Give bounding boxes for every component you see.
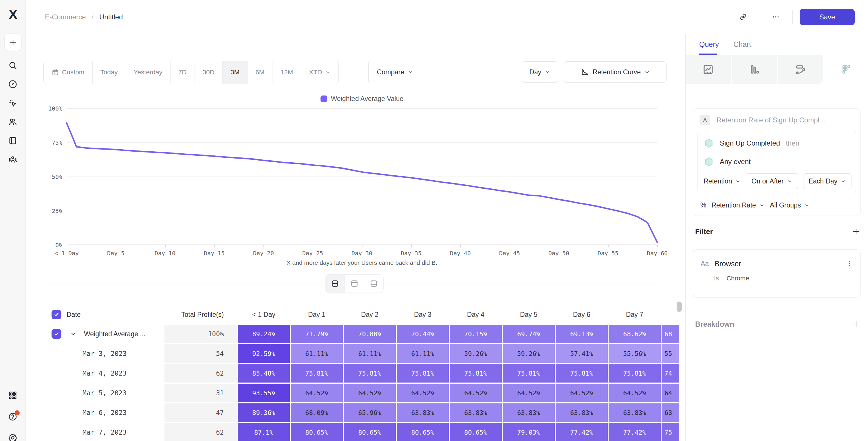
groups-dropdown[interactable]: All Groups xyxy=(770,201,809,209)
return-event-row[interactable]: Any event xyxy=(701,153,852,171)
retention-mode-label: Retention xyxy=(704,178,732,185)
retention-cell: 55.56% xyxy=(609,344,661,363)
x-tick-label: Day 60 xyxy=(637,250,678,257)
row-checkbox[interactable] xyxy=(52,329,61,339)
table-row: Mar 4, 20236285.48%75.81%75.81%75.81%75.… xyxy=(43,364,679,382)
view-toggle-split-view[interactable] xyxy=(326,275,344,292)
row-cell-total: 31 xyxy=(164,384,237,402)
range-option-3m[interactable]: 3M xyxy=(223,61,248,84)
query-title-input[interactable]: Retention Rate of Sign Up Compl... xyxy=(717,116,825,124)
granularity-label: Day xyxy=(530,68,541,76)
filter-value[interactable]: Chrome xyxy=(726,275,749,282)
retention-cell: 80.65% xyxy=(450,423,502,441)
property-type-badge: Aa xyxy=(701,260,709,268)
sidebar-item-apps-grid[interactable] xyxy=(0,387,26,404)
range-label: 3M xyxy=(230,69,240,76)
range-label: Today xyxy=(100,69,118,76)
sidebar-item-notebook[interactable] xyxy=(0,132,26,149)
add-breakdown-icon[interactable] xyxy=(852,320,861,328)
save-button[interactable]: Save xyxy=(800,9,855,25)
range-option-6m[interactable]: 6M xyxy=(248,61,273,84)
header-cell-clipped xyxy=(661,307,679,322)
condition-label: On or After xyxy=(751,178,783,185)
chart-legend[interactable]: Weighted Average Value xyxy=(67,95,657,103)
condition-dropdown[interactable]: On or After xyxy=(746,173,798,189)
range-option-custom[interactable]: Custom xyxy=(44,61,93,84)
compare-button[interactable]: Compare xyxy=(368,61,422,83)
chart-type-flow-chart[interactable] xyxy=(777,55,823,84)
retention-mode-dropdown[interactable]: Retention xyxy=(701,178,741,185)
more-options-icon[interactable] xyxy=(772,13,780,21)
range-option-12m[interactable]: 12M xyxy=(273,61,301,84)
retention-events-card: Sign Up Completed then Any event Retenti… xyxy=(698,131,856,193)
table-row: Mar 5, 20233193.55%64.52%64.52%64.52%64.… xyxy=(43,384,679,402)
sidebar-item-settings-gear[interactable] xyxy=(0,429,26,441)
retention-cell: 63.83% xyxy=(556,403,608,422)
filter-item-browser[interactable]: Aa Browser Is Chrome xyxy=(693,249,861,297)
retention-cell: 75.81% xyxy=(503,364,555,382)
sidebar-item-search[interactable] xyxy=(0,57,26,74)
search-icon xyxy=(8,61,18,70)
first-event-row[interactable]: Sign Up Completed then xyxy=(701,134,852,153)
filter-operator[interactable]: Is xyxy=(714,275,719,282)
chart-type-bar-chart[interactable] xyxy=(731,55,777,84)
range-option-today[interactable]: Today xyxy=(93,61,126,84)
retention-cell: 75.81% xyxy=(450,364,502,382)
sidebar-item-users[interactable] xyxy=(0,113,26,130)
header-cell-day: Day 4 xyxy=(450,307,502,322)
retention-cell: 75.81% xyxy=(556,364,608,382)
retention-cell: 68.09% xyxy=(291,403,343,422)
plus-icon xyxy=(9,38,18,46)
retention-cell-clipped: 68 xyxy=(661,325,679,343)
sidebar-item-cursor-click[interactable] xyxy=(0,94,26,112)
summary-row-label: Weighted Average ... xyxy=(84,330,146,338)
table-scrollbar[interactable] xyxy=(677,302,682,312)
view-layout-toggle xyxy=(325,274,383,293)
retention-cell: 85.48% xyxy=(238,364,290,382)
range-option-xtd[interactable]: XTD xyxy=(301,61,338,84)
range-option-7d[interactable]: 7D xyxy=(170,61,195,84)
y-tick-label: 0% xyxy=(32,242,62,249)
retention-cell: 64.52% xyxy=(344,384,396,402)
retention-cell: 65.96% xyxy=(344,403,396,422)
retention-cell: 69.13% xyxy=(556,325,608,343)
create-new-button[interactable] xyxy=(4,34,22,51)
header-cell-day: < 1 Day xyxy=(238,307,290,322)
add-filter-icon[interactable] xyxy=(852,227,861,236)
chart-type-retention-dots[interactable] xyxy=(823,55,868,84)
retention-cell: 64.52% xyxy=(503,384,555,402)
sidebar-item-user-group[interactable] xyxy=(0,151,26,168)
chart-type-line-chart[interactable] xyxy=(686,55,731,84)
sidebar-item-help-circle[interactable] xyxy=(0,408,26,426)
retention-cell: 69.74% xyxy=(503,325,555,343)
retention-cell: 70.15% xyxy=(450,325,502,343)
granularity-dropdown[interactable]: Day xyxy=(522,61,558,83)
y-tick-label: 75% xyxy=(32,139,62,146)
breadcrumb-project[interactable]: E-Commerce xyxy=(45,13,86,21)
tab-chart[interactable]: Chart xyxy=(733,34,751,55)
breadcrumb-page-title[interactable]: Untitled xyxy=(99,13,123,21)
sidebar-item-compass[interactable] xyxy=(0,75,26,93)
metric-dropdown[interactable]: Retention Rate xyxy=(711,201,764,209)
filter-menu-icon[interactable] xyxy=(846,260,854,267)
view-toggle-bottom-view[interactable] xyxy=(364,275,383,292)
header-cell-day: Day 5 xyxy=(503,307,555,322)
app-logo[interactable]: X xyxy=(0,6,26,23)
copy-link-icon[interactable] xyxy=(739,13,747,21)
retention-cell: 68.62% xyxy=(609,325,661,343)
tab-query[interactable]: Query xyxy=(699,34,719,55)
view-toggle-top-view[interactable] xyxy=(344,275,364,292)
chart-type-dropdown[interactable]: Retention Curve xyxy=(564,61,667,83)
return-event-name: Any event xyxy=(720,158,751,166)
chevron-down-icon xyxy=(759,202,765,208)
interval-dropdown[interactable]: Each Day xyxy=(803,173,852,189)
retention-cell: 63.83% xyxy=(609,403,661,422)
row-cell-date: Weighted Average ... xyxy=(43,325,163,343)
x-tick-label: Day 45 xyxy=(489,250,530,257)
select-all-checkbox[interactable] xyxy=(52,310,61,319)
retention-cell: 64.52% xyxy=(609,384,661,402)
range-option-30d[interactable]: 30D xyxy=(195,61,223,84)
x-tick-label: < 1 Day xyxy=(46,250,87,257)
chart-type-label: Retention Curve xyxy=(593,68,641,76)
range-option-yesterday[interactable]: Yesterday xyxy=(126,61,170,84)
